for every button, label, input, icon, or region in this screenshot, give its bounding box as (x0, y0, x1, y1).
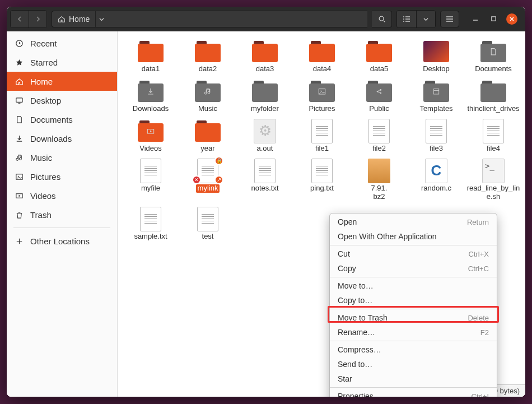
file-item[interactable]: thinclient_drives (465, 76, 522, 115)
sidebar-item-home[interactable]: Home (7, 72, 117, 91)
forward-button[interactable] (29, 11, 46, 27)
sidebar-item-trash[interactable]: Trash (7, 205, 117, 224)
file-icon (366, 159, 393, 183)
file-item[interactable]: Templates (408, 76, 465, 115)
file-icon (423, 119, 450, 143)
close-button[interactable] (506, 13, 517, 25)
desktop-icon (15, 96, 24, 105)
context-menu-item[interactable]: Open With Other Application (330, 229, 497, 244)
context-menu-item[interactable]: Compress… (330, 342, 497, 357)
file-item[interactable]: file3 (408, 115, 465, 155)
file-label: Templates (419, 105, 452, 113)
sidebar-item-other-locations[interactable]: Other Locations (7, 231, 117, 250)
file-item[interactable]: data3 (236, 36, 293, 76)
file-item[interactable]: Videos (122, 115, 179, 155)
sidebar-item-label: Documents (30, 115, 73, 124)
path-bar[interactable]: Home (52, 11, 367, 27)
file-label: data1 (142, 65, 160, 73)
file-item[interactable]: myfolder (236, 76, 293, 115)
file-item[interactable]: notes.txt (236, 155, 293, 203)
context-menu-item[interactable]: Move to TrashDelete (330, 310, 497, 325)
view-dropdown-button[interactable] (416, 11, 435, 27)
context-menu-label: Compress… (338, 345, 381, 354)
file-label: Videos (139, 145, 162, 153)
star-icon (15, 58, 24, 67)
sidebar-item-label: Trash (30, 210, 52, 220)
sidebar-item-downloads[interactable]: Downloads (7, 129, 117, 148)
file-icon (137, 159, 164, 183)
context-menu-item[interactable]: CutCtrl+X (330, 247, 497, 261)
download-icon (15, 134, 24, 143)
context-menu-accel: Delete (468, 314, 489, 322)
maximize-button[interactable] (488, 13, 498, 24)
file-item[interactable]: myfile (122, 155, 179, 203)
sidebar-item-desktop[interactable]: Desktop (7, 91, 117, 110)
sidebar-item-recent[interactable]: Recent (7, 34, 117, 53)
file-item[interactable]: file2 (351, 115, 408, 155)
file-item[interactable]: Downloads (122, 76, 179, 115)
file-item[interactable]: file4 (465, 115, 522, 155)
sidebar-item-pictures[interactable]: Pictures (7, 167, 117, 186)
sidebar-item-music[interactable]: Music (7, 148, 117, 167)
file-label: myfile (141, 184, 160, 193)
file-item[interactable]: Pictures (293, 76, 351, 115)
file-grid-area[interactable]: data1data2data3data4data5DesktopDocument… (118, 31, 525, 397)
sidebar-item-label: Videos (30, 191, 56, 201)
list-view-button[interactable] (397, 11, 416, 27)
context-menu-label: Open With Other Application (338, 232, 437, 241)
file-label: Documents (475, 65, 512, 73)
file-item[interactable]: year (179, 115, 236, 155)
file-item[interactable]: >_read_line_by_line.sh (465, 155, 522, 203)
chevron-left-icon (17, 16, 22, 22)
back-button[interactable] (11, 11, 29, 27)
file-icon: ⚙ (251, 119, 278, 143)
file-manager-window: Home RecentStarredHomeD (7, 7, 525, 397)
file-item[interactable]: data2 (179, 36, 236, 76)
file-item[interactable]: Desktop (408, 36, 465, 76)
context-menu-item[interactable]: Rename…F2 (330, 325, 497, 340)
file-item[interactable]: Public (351, 76, 408, 115)
context-menu-label: Move to… (338, 281, 374, 290)
sidebar-item-videos[interactable]: Videos (7, 186, 117, 205)
file-item[interactable]: data5 (351, 36, 408, 76)
sidebar-item-documents[interactable]: Documents (7, 110, 117, 129)
file-item[interactable]: data4 (293, 36, 351, 76)
hamburger-menu-button[interactable] (440, 11, 459, 27)
svg-point-0 (379, 16, 384, 21)
minimize-icon (472, 15, 479, 22)
search-button[interactable] (372, 11, 392, 27)
breadcrumb-dropdown[interactable] (95, 11, 108, 27)
context-menu-item[interactable]: Star (330, 372, 497, 386)
context-menu-item[interactable]: Move to… (330, 278, 497, 293)
file-label: test (202, 233, 214, 241)
context-menu-label: Copy to… (338, 296, 372, 305)
file-item[interactable]: ping.txt (293, 155, 351, 203)
context-menu-item[interactable]: CopyCtrl+C (330, 261, 497, 276)
context-menu-item[interactable]: Copy to… (330, 293, 497, 308)
file-item[interactable]: test (179, 203, 236, 243)
context-menu-item[interactable]: PropertiesCtrl+I (330, 389, 497, 397)
file-label: Pictures (309, 105, 335, 113)
sidebar: RecentStarredHomeDesktopDocumentsDownloa… (7, 31, 118, 397)
document-icon (15, 115, 24, 124)
file-item[interactable]: Crandom.c (408, 155, 465, 203)
header-bar: Home (7, 7, 525, 31)
file-item[interactable]: 7.91.bz2 (351, 155, 408, 203)
file-label: read_line_by_line.sh (466, 184, 520, 201)
file-item[interactable]: data1 (122, 36, 179, 76)
file-item[interactable]: ⚙a.out (236, 115, 293, 155)
svg-rect-3 (16, 97, 22, 102)
file-item[interactable]: Music (179, 76, 236, 115)
file-label: file1 (315, 145, 329, 153)
context-menu-item[interactable]: OpenReturn (330, 215, 497, 229)
file-item[interactable]: 🔒✕↗mylink (179, 155, 236, 203)
trash-icon (15, 210, 24, 219)
file-item[interactable]: Documents (465, 36, 522, 76)
file-item[interactable]: file1 (293, 115, 351, 155)
sidebar-item-starred[interactable]: Starred (7, 53, 117, 72)
context-menu-label: Star (338, 374, 352, 383)
breadcrumb-home[interactable]: Home (52, 15, 95, 24)
minimize-button[interactable] (470, 13, 480, 24)
file-item[interactable]: sample.txt (122, 203, 179, 243)
context-menu-item[interactable]: Send to… (330, 357, 497, 372)
